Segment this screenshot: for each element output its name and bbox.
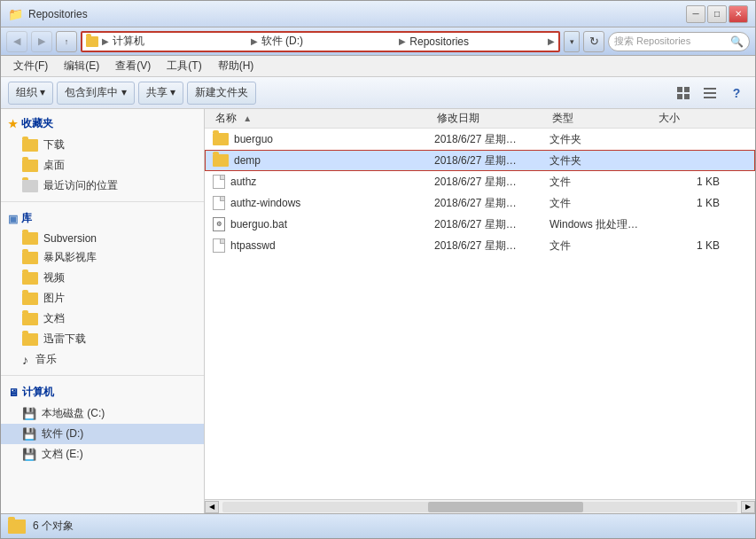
- sidebar-item-docs[interactable]: 文档: [1, 309, 204, 329]
- search-box[interactable]: 搜索 Repositories 🔍: [608, 32, 750, 51]
- file-name-buerguo: buerguo: [213, 133, 434, 145]
- column-date-header[interactable]: 修改日期: [433, 109, 549, 128]
- horizontal-scrollbar[interactable]: ◀ ▶: [205, 499, 755, 513]
- hscroll-track: [222, 502, 737, 512]
- file-icon-bat: ⚙: [213, 217, 225, 231]
- table-row[interactable]: authz 2018/6/27 星期… 文件 1 KB: [205, 171, 755, 192]
- path-folder-icon: [86, 36, 98, 47]
- search-icon[interactable]: 🔍: [730, 35, 744, 48]
- hscroll-left-button[interactable]: ◀: [205, 501, 219, 513]
- view-toggle-button[interactable]: [672, 82, 695, 105]
- address-path-container[interactable]: ▶ 计算机 ▶ 软件 (D:) ▶ Repositories ▶: [81, 31, 560, 52]
- sidebar-item-music[interactable]: ♪ 音乐: [1, 349, 204, 370]
- search-placeholder: 搜索 Repositories: [614, 35, 727, 48]
- back-button[interactable]: ◀: [6, 31, 27, 52]
- sidebar-library-section: ▣ 库 Subversion 暴风影视库 视频 图片: [1, 204, 204, 373]
- sidebar-computer-header[interactable]: 🖥 计算机: [1, 381, 204, 403]
- computer-label: 计算机: [22, 385, 54, 400]
- up-button[interactable]: ↑: [56, 31, 77, 52]
- sidebar-drive-e-label: 文档 (E:): [42, 447, 83, 462]
- table-row[interactable]: buerguo 2018/6/27 星期… 文件夹: [205, 129, 755, 150]
- folder-icon-xunlei: [22, 333, 38, 346]
- computer-icon: 🖥: [8, 387, 19, 399]
- sidebar-library-header[interactable]: ▣ 库: [1, 207, 204, 230]
- sidebar-item-drive-d[interactable]: 💾 软件 (D:): [1, 424, 204, 444]
- menu-edit[interactable]: 编辑(E): [57, 57, 106, 75]
- file-name-authz: authz: [213, 175, 434, 189]
- file-list: buerguo 2018/6/27 星期… 文件夹 demp 2018/6/27…: [205, 129, 755, 499]
- sidebar-item-download[interactable]: 下载: [1, 135, 204, 155]
- sidebar-item-video[interactable]: 视频: [1, 268, 204, 288]
- folder-icon-recent: [22, 180, 38, 192]
- hscroll-right-button[interactable]: ▶: [741, 501, 755, 513]
- sidebar-item-pictures[interactable]: 图片: [1, 288, 204, 309]
- column-type-header[interactable]: 类型: [549, 109, 655, 128]
- table-row[interactable]: ⚙ buerguo.bat 2018/6/27 星期… Windows 批处理…: [205, 214, 755, 235]
- drive-d-icon: 💾: [22, 427, 36, 441]
- share-button[interactable]: 共享 ▾: [138, 82, 183, 105]
- include-library-button[interactable]: 包含到库中 ▾: [57, 82, 134, 105]
- status-bar: 6 个对象: [1, 513, 755, 538]
- address-dropdown-button[interactable]: ▾: [564, 31, 580, 52]
- file-icon-authz: [213, 175, 225, 189]
- sidebar-video-label: 视频: [43, 270, 65, 285]
- drive-c-icon: 💾: [22, 407, 36, 420]
- svg-rect-6: [704, 97, 716, 98]
- minimize-button[interactable]: ─: [686, 5, 705, 23]
- sidebar-desktop-label: 桌面: [43, 158, 65, 173]
- svg-rect-5: [704, 92, 716, 94]
- sidebar-subversion-label: Subversion: [43, 232, 97, 245]
- toolbar: 组织 ▾ 包含到库中 ▾ 共享 ▾ 新建文件夹 ?: [1, 77, 755, 109]
- column-size-header[interactable]: 大小: [655, 109, 726, 128]
- organize-button[interactable]: 组织 ▾: [8, 82, 53, 105]
- menu-file[interactable]: 文件(F): [6, 57, 55, 75]
- sidebar-pictures-label: 图片: [43, 291, 65, 306]
- menu-view[interactable]: 查看(V): [108, 57, 158, 75]
- content-area: 名称 ▲ 修改日期 类型 大小 buerguo 2018/6/27 星期… 文件…: [205, 109, 755, 513]
- title-bar-controls: ─ □ ✕: [686, 5, 748, 23]
- folder-icon-demp: [213, 154, 229, 167]
- forward-button[interactable]: ▶: [31, 31, 52, 52]
- table-row[interactable]: demp 2018/6/27 星期… 文件夹: [205, 150, 755, 171]
- close-button[interactable]: ✕: [729, 5, 748, 23]
- folder-icon-video: [22, 272, 38, 285]
- sidebar: ★ 收藏夹 下载 桌面 最近访问的位置: [1, 109, 204, 513]
- help-button[interactable]: ?: [725, 82, 748, 105]
- menu-help[interactable]: 帮助(H): [211, 57, 261, 75]
- sidebar-favorites-header[interactable]: ★ 收藏夹: [1, 113, 204, 135]
- sidebar-download-label: 下载: [43, 137, 65, 152]
- svg-rect-1: [684, 87, 690, 92]
- sidebar-item-baofeng[interactable]: 暴风影视库: [1, 247, 204, 268]
- sidebar-item-desktop[interactable]: 桌面: [1, 155, 204, 176]
- menu-bar: 文件(F) 编辑(E) 查看(V) 工具(T) 帮助(H): [1, 56, 755, 77]
- sidebar-item-drive-c[interactable]: 💾 本地磁盘 (C:): [1, 403, 204, 424]
- folder-icon-title: 📁: [8, 7, 23, 21]
- favorites-label: 收藏夹: [21, 116, 53, 131]
- title-bar-text: Repositories: [28, 8, 88, 20]
- svg-rect-2: [677, 94, 682, 99]
- address-bar: ◀ ▶ ↑ ▶ 计算机 ▶ 软件 (D:) ▶ Repositories ▶ ▾…: [1, 27, 755, 56]
- maximize-button[interactable]: □: [707, 5, 727, 23]
- sidebar-item-xunlei[interactable]: 迅雷下载: [1, 329, 204, 349]
- sidebar-recent-label: 最近访问的位置: [43, 178, 118, 193]
- star-icon: ★: [8, 118, 18, 130]
- table-row[interactable]: authz-windows 2018/6/27 星期… 文件 1 KB: [205, 192, 755, 214]
- sidebar-item-recent[interactable]: 最近访问的位置: [1, 176, 204, 196]
- refresh-button[interactable]: ↻: [583, 31, 604, 52]
- column-headers: 名称 ▲ 修改日期 类型 大小: [205, 109, 755, 129]
- view-list-button[interactable]: [698, 82, 721, 105]
- title-bar: 📁 Repositories ─ □ ✕: [1, 1, 755, 27]
- column-name-header[interactable]: 名称 ▲: [212, 109, 433, 128]
- new-folder-button[interactable]: 新建文件夹: [187, 82, 256, 105]
- sidebar-xunlei-label: 迅雷下载: [43, 332, 86, 347]
- sidebar-divider-2: [1, 375, 204, 376]
- folder-icon-subversion: [22, 232, 38, 245]
- path-folder: Repositories: [409, 35, 544, 48]
- sidebar-docs-label: 文档: [43, 311, 65, 326]
- menu-tools[interactable]: 工具(T): [160, 57, 208, 75]
- table-row[interactable]: htpasswd 2018/6/27 星期… 文件 1 KB: [205, 235, 755, 256]
- sidebar-item-subversion[interactable]: Subversion: [1, 230, 204, 247]
- path-drive: 软件 (D:): [261, 34, 396, 49]
- sort-arrow: ▲: [243, 113, 252, 123]
- sidebar-item-drive-e[interactable]: 💾 文档 (E:): [1, 444, 204, 465]
